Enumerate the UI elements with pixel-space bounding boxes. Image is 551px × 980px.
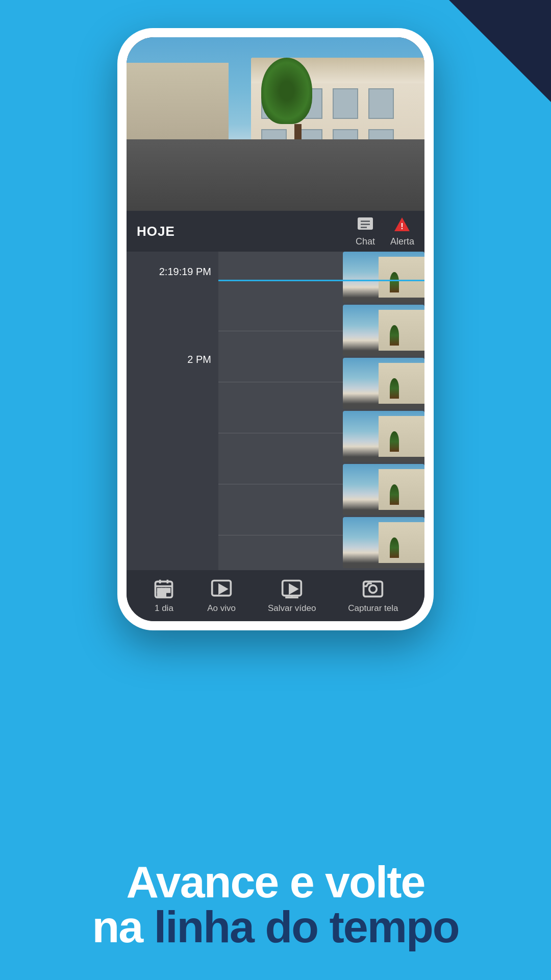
svg-marker-18	[290, 585, 296, 593]
footer-line2: na linha do tempo	[31, 904, 520, 949]
save-video-label: Salvar vídeo	[268, 603, 316, 614]
thumbnail-3	[343, 358, 424, 409]
top-bar: HOJE Chat !	[127, 211, 424, 252]
thumbnail-4	[343, 411, 424, 462]
svg-rect-11	[163, 589, 166, 592]
calendar-icon	[153, 578, 175, 600]
road	[127, 139, 424, 211]
live-icon	[210, 578, 233, 600]
live-button[interactable]: Ao vivo	[207, 578, 236, 614]
save-video-icon	[281, 578, 303, 600]
timeline-content[interactable]	[218, 252, 424, 570]
phone-frame: HOJE Chat !	[117, 28, 434, 630]
thumbnail-strip	[343, 252, 424, 570]
svg-rect-14	[163, 593, 166, 596]
timeline-area: 2:19:19 PM 2 PM	[127, 252, 424, 570]
time-marker-label: 2 PM	[187, 354, 211, 365]
chat-label: Chat	[356, 236, 375, 247]
current-time-label: 2:19:19 PM	[159, 266, 211, 278]
street-image	[127, 37, 424, 211]
svg-rect-10	[158, 589, 161, 592]
one-day-button[interactable]: 1 dia	[153, 578, 175, 614]
thumbnail-1	[343, 252, 424, 303]
svg-text:!: !	[401, 222, 404, 231]
svg-rect-13	[158, 593, 161, 596]
capture-screen-label: Capturar tela	[348, 603, 398, 614]
time-column: 2:19:19 PM 2 PM	[127, 252, 218, 570]
svg-point-22	[369, 585, 377, 593]
window	[368, 88, 394, 119]
capture-screen-button[interactable]: Capturar tela	[348, 578, 398, 614]
one-day-label: 1 dia	[155, 603, 173, 614]
phone-screen: HOJE Chat !	[127, 37, 424, 621]
footer-line1: Avance e volte	[31, 860, 520, 904]
page-title: HOJE	[137, 224, 356, 239]
save-video-button[interactable]: Salvar vídeo	[268, 578, 316, 614]
window	[333, 88, 358, 119]
wall-left	[127, 63, 229, 139]
chat-icon	[356, 216, 374, 234]
svg-rect-21	[364, 581, 383, 596]
footer-line2-part2: linha do tempo	[154, 901, 459, 952]
alert-button[interactable]: ! Alerta	[390, 216, 414, 247]
top-bar-actions: Chat ! Alerta	[356, 216, 414, 247]
svg-rect-12	[167, 589, 170, 592]
alert-icon: !	[393, 216, 411, 234]
thumbnail-6	[343, 517, 424, 568]
thumbnail-2	[343, 305, 424, 356]
alert-label: Alerta	[390, 236, 414, 247]
live-label: Ao vivo	[207, 603, 236, 614]
bottom-bar: 1 dia Ao vivo Salvar vídeo	[127, 570, 424, 621]
chat-button[interactable]: Chat	[356, 216, 375, 247]
svg-marker-16	[219, 585, 226, 593]
footer-line2-part1: na	[92, 901, 154, 952]
footer-text-block: Avance e volte na linha do tempo	[0, 860, 551, 949]
thumbnail-5	[343, 464, 424, 515]
scrubber-line	[218, 280, 424, 281]
capture-screen-icon	[362, 578, 384, 600]
